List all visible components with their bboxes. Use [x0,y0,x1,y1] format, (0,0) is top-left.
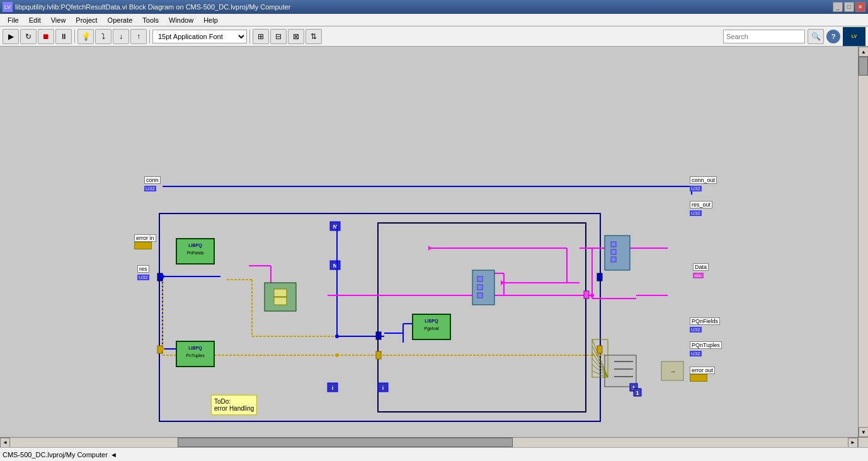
menu-help[interactable]: Help [198,15,223,25]
data-tag: abc [693,273,704,278]
toolbar-sep-1 [74,30,75,43]
svg-rect-72 [661,361,683,380]
data-label: Data abc [693,263,709,278]
pqnfields-u32-tag: U32 [690,327,702,333]
conn-u32-tag: U32 [144,186,156,191]
res-u32-tag: U32 [137,275,149,280]
help-button[interactable]: ? [826,30,840,43]
menu-edit[interactable]: Edit [24,15,46,25]
scrollbar-vertical[interactable]: ▲ ▼ [858,47,868,437]
reorder-button[interactable]: ⇅ [306,29,322,44]
maximize-button[interactable]: □ [844,2,854,12]
scroll-thumb-vertical[interactable] [859,57,868,76]
svg-line-71 [592,371,607,377]
toolbar-sep-2 [149,30,150,43]
svg-text:i: i [332,385,334,391]
scroll-down-button[interactable]: ▼ [859,427,868,437]
svg-point-85 [161,275,164,278]
svg-rect-83 [376,351,381,359]
minimize-button[interactable]: _ [833,2,843,12]
menu-window[interactable]: Window [164,15,198,25]
main-canvas: N N i i [0,47,868,447]
pause-button[interactable]: ⏸ [55,29,72,44]
svg-rect-54 [611,242,616,247]
outer-frame [159,213,600,421]
svg-text:LIBPQ: LIBPQ [188,346,202,351]
svg-rect-82 [376,332,381,339]
window-controls[interactable]: _ □ ✕ [833,2,865,12]
svg-text:PnFields: PnFields [186,251,204,255]
svg-line-68 [592,352,608,377]
svg-rect-57 [472,270,494,305]
window-title: libpqutility.lvlib:PQfetchResultData.vi … [15,3,833,11]
align-button[interactable]: ⊞ [253,29,269,44]
svg-text:N: N [333,224,338,230]
svg-text:N: N [333,263,338,269]
menu-project[interactable]: Project [71,15,102,25]
search-input[interactable] [723,30,805,43]
scrollbar-horizontal[interactable]: ◄ ► [0,437,858,447]
svg-rect-4 [378,383,388,392]
highlight-button[interactable]: 💡 [77,29,94,44]
pqntuples-label: PQnTuples U32 [690,341,722,356]
svg-text:→: → [670,368,676,375]
font-selector[interactable]: 15pt Application Font [152,30,247,43]
res-label: res U32 [137,265,149,280]
scroll-thumb-horizontal[interactable] [178,438,513,447]
abort-button[interactable]: ⏹ [38,29,54,44]
todo-note: ToDo: error Handling [211,395,257,415]
svg-marker-91 [501,280,504,285]
svg-rect-50 [413,314,450,339]
svg-rect-2 [330,261,340,270]
status-bar: CMS-500_DC.lvproj/My Computer ◄ [0,447,868,461]
step-over-button[interactable]: ⤵ [95,29,111,44]
conn-out-u32-tag: U32 [690,186,702,191]
run-button[interactable]: ▶ [3,29,19,44]
svg-rect-81 [597,346,602,353]
menu-view[interactable]: View [46,15,71,25]
svg-rect-49 [274,297,287,305]
distribute-button[interactable]: ⊟ [270,29,287,44]
step-into-button[interactable]: ↓ [113,29,129,44]
svg-line-70 [592,365,608,377]
svg-rect-59 [477,285,483,290]
svg-point-87 [335,334,339,338]
svg-marker-90 [428,246,431,251]
scroll-up-button[interactable]: ▲ [859,47,868,57]
conn-out-label: conn_out U32 [690,176,717,191]
menu-tools[interactable]: Tools [137,15,164,25]
svg-rect-47 [265,283,296,311]
labview-logo: LV [843,27,865,46]
svg-text:LIBPQ: LIBPQ [425,319,438,324]
svg-rect-56 [611,257,616,262]
todo-line1: ToDo: [214,398,254,405]
svg-rect-80 [597,273,602,281]
error-in-label: error in [134,234,156,251]
resize-button[interactable]: ⊠ [288,29,304,44]
scroll-right-button[interactable]: ► [848,438,858,448]
diagram-svg: N N i i [0,47,858,447]
svg-rect-65 [592,339,608,377]
svg-text:1: 1 [632,385,635,391]
svg-rect-61 [605,355,636,387]
search-button[interactable]: 🔍 [808,29,824,44]
res-out-u32-tag: U32 [690,210,702,216]
svg-rect-74 [630,384,637,391]
run-continuously-button[interactable]: ↻ [20,29,37,44]
menu-file[interactable]: File [3,15,24,25]
step-out-button[interactable]: ↑ [130,29,147,44]
menu-bar: File Edit View Project Operate Tools Win… [0,14,868,26]
svg-text:PnTuples: PnTuples [186,353,205,358]
close-button[interactable]: ✕ [855,2,865,12]
svg-rect-48 [274,289,287,297]
svg-text:Pgetval: Pgetval [424,326,439,331]
scroll-left-button[interactable]: ◄ [0,438,10,448]
scroll-corner [858,437,868,447]
toolbar: ▶ ↻ ⏹ ⏸ 💡 ⤵ ↓ ↑ 15pt Application Font ⊞ … [0,26,868,47]
status-separator: ◄ [110,451,117,458]
menu-operate[interactable]: Operate [103,15,138,25]
svg-rect-76 [634,389,641,396]
svg-text:LIBPQ: LIBPQ [188,243,202,248]
svg-rect-41 [176,239,214,264]
res-out-label: res_out U32 [690,201,712,216]
